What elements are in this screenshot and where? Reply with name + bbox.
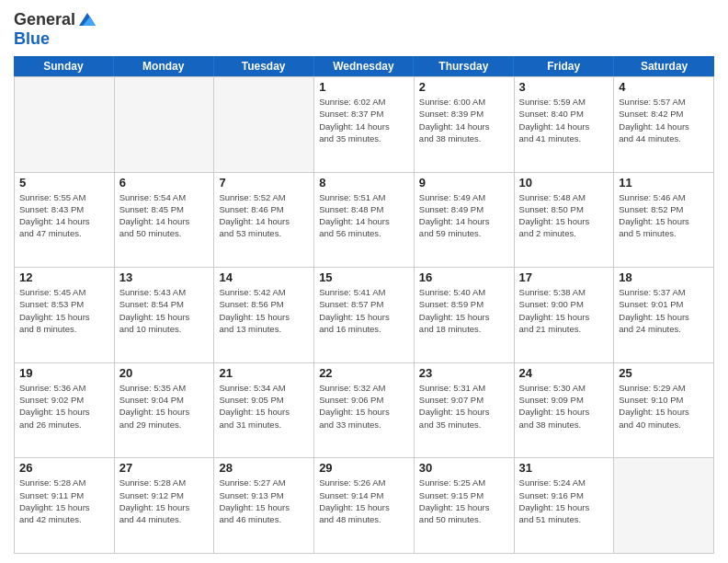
cell-line: Daylight: 14 hours [19,215,109,227]
calendar-cell: 13Sunrise: 5:43 AMSunset: 8:54 PMDayligh… [115,268,215,363]
cell-line: Sunrise: 5:59 AM [519,96,609,108]
cell-line: Sunset: 9:04 PM [119,394,210,406]
calendar-cell: 4Sunrise: 5:57 AMSunset: 8:42 PMDaylight… [614,77,714,173]
cell-line: and 59 minutes. [419,227,509,239]
cell-line: Sunset: 9:07 PM [419,394,509,406]
cell-line: Sunrise: 5:38 AM [519,286,609,298]
cell-line: and 38 minutes. [419,132,509,144]
cell-line: Sunrise: 5:27 AM [219,477,309,488]
calendar-week-row: 19Sunrise: 5:36 AMSunset: 9:02 PMDayligh… [15,363,714,459]
cell-line: and 8 minutes. [19,323,109,335]
cell-line: Daylight: 15 hours [219,501,309,513]
calendar-header: SundayMondayTuesdayWednesdayThursdayFrid… [14,56,714,76]
cell-line: and 18 minutes. [419,323,509,335]
calendar-cell: 2Sunrise: 6:00 AMSunset: 8:39 PMDaylight… [415,77,515,173]
day-number: 16 [419,270,509,284]
calendar-body: 1Sunrise: 6:02 AMSunset: 8:37 PMDaylight… [14,76,714,554]
cell-line: Sunrise: 5:34 AM [219,382,309,394]
calendar-week-row: 12Sunrise: 5:45 AMSunset: 8:53 PMDayligh… [15,268,714,363]
cell-line: Sunrise: 5:28 AM [19,477,109,488]
calendar-cell: 3Sunrise: 5:59 AMSunset: 8:40 PMDaylight… [515,77,615,173]
cell-line: Sunset: 9:16 PM [519,489,609,501]
day-number: 18 [619,270,709,284]
day-number: 19 [19,366,109,380]
cell-line: Daylight: 14 hours [419,121,509,132]
day-number: 23 [419,366,509,380]
cell-line: Sunset: 8:46 PM [219,203,309,215]
calendar-cell: 1Sunrise: 6:02 AMSunset: 8:37 PMDaylight… [314,77,415,173]
cell-line: Sunset: 8:43 PM [19,203,109,215]
cell-line: Sunrise: 5:32 AM [319,382,409,394]
cell-line: Daylight: 15 hours [619,311,709,323]
cell-line: Daylight: 15 hours [519,311,609,323]
cell-line: Sunset: 9:01 PM [619,298,709,310]
cell-line: Sunset: 9:12 PM [119,489,210,501]
calendar-cell: 9Sunrise: 5:49 AMSunset: 8:49 PMDaylight… [415,173,515,269]
calendar-cell: 19Sunrise: 5:36 AMSunset: 9:02 PMDayligh… [15,363,115,459]
cell-line: Daylight: 14 hours [519,121,609,132]
weekday-header: Wednesday [314,56,415,76]
calendar-cell: 22Sunrise: 5:32 AMSunset: 9:06 PMDayligh… [314,363,415,459]
cell-line: Sunset: 8:42 PM [619,108,709,120]
day-number: 28 [219,461,309,475]
calendar-cell: 25Sunrise: 5:29 AMSunset: 9:10 PMDayligh… [614,363,714,459]
cell-line: Sunset: 8:45 PM [119,203,210,215]
day-number: 17 [519,270,609,284]
cell-line: and 16 minutes. [319,323,409,335]
day-number: 29 [319,461,409,475]
cell-line: and 41 minutes. [519,132,609,144]
cell-line: Daylight: 15 hours [19,501,109,513]
cell-line: and 46 minutes. [219,513,309,525]
cell-line: Sunset: 9:14 PM [319,489,409,501]
logo-general-text: General [14,10,75,29]
cell-line: Sunrise: 5:48 AM [519,191,609,203]
header: General Blue [14,9,714,49]
cell-line: Sunrise: 5:25 AM [419,477,509,488]
cell-line: Daylight: 15 hours [419,501,509,513]
cell-line: Sunset: 9:15 PM [419,489,509,501]
cell-line: Sunset: 9:00 PM [519,298,609,310]
cell-line: Sunrise: 5:51 AM [319,191,409,203]
calendar-cell: 16Sunrise: 5:40 AMSunset: 8:59 PMDayligh… [415,268,515,363]
calendar-cell: 15Sunrise: 5:41 AMSunset: 8:57 PMDayligh… [314,268,415,363]
calendar-cell: 31Sunrise: 5:24 AMSunset: 9:16 PMDayligh… [515,458,615,554]
day-number: 11 [619,176,709,190]
calendar-cell: 27Sunrise: 5:28 AMSunset: 9:12 PMDayligh… [115,458,215,554]
cell-line: Sunrise: 5:26 AM [319,477,409,488]
cell-line: Sunset: 9:09 PM [519,394,609,406]
day-number: 7 [219,176,309,190]
cell-line: Daylight: 15 hours [19,311,109,323]
day-number: 13 [119,270,210,284]
cell-line: Daylight: 15 hours [319,311,409,323]
cell-line: Daylight: 15 hours [619,406,709,418]
cell-line: Daylight: 15 hours [319,501,409,513]
cell-line: Sunrise: 5:46 AM [619,191,709,203]
cell-line: and 38 minutes. [519,419,609,431]
cell-line: and 56 minutes. [319,227,409,239]
day-number: 21 [219,366,309,380]
cell-line: Daylight: 15 hours [619,215,709,227]
cell-line: Sunrise: 5:35 AM [119,382,210,394]
calendar-cell: 28Sunrise: 5:27 AMSunset: 9:13 PMDayligh… [214,458,314,554]
calendar-cell: 23Sunrise: 5:31 AMSunset: 9:07 PMDayligh… [415,363,515,459]
cell-line: Sunrise: 5:57 AM [619,96,709,108]
day-number: 12 [19,270,109,284]
cell-line: Daylight: 15 hours [219,311,309,323]
logo-icon [77,9,97,29]
cell-line: Sunrise: 5:49 AM [419,191,509,203]
cell-line: Sunset: 8:53 PM [19,298,109,310]
cell-line: Sunrise: 5:42 AM [219,286,309,298]
cell-line: Sunrise: 5:37 AM [619,286,709,298]
calendar-cell [115,77,215,173]
day-number: 22 [319,366,409,380]
cell-line: Daylight: 15 hours [119,406,210,418]
calendar-cell: 30Sunrise: 5:25 AMSunset: 9:15 PMDayligh… [415,458,515,554]
calendar-cell: 18Sunrise: 5:37 AMSunset: 9:01 PMDayligh… [614,268,714,363]
cell-line: and 31 minutes. [219,419,309,431]
cell-line: Sunset: 9:10 PM [619,394,709,406]
cell-line: Sunset: 8:49 PM [419,203,509,215]
logo: General Blue [14,9,97,49]
cell-line: and 47 minutes. [19,227,109,239]
cell-line: Daylight: 14 hours [419,215,509,227]
cell-line: Daylight: 15 hours [419,311,509,323]
